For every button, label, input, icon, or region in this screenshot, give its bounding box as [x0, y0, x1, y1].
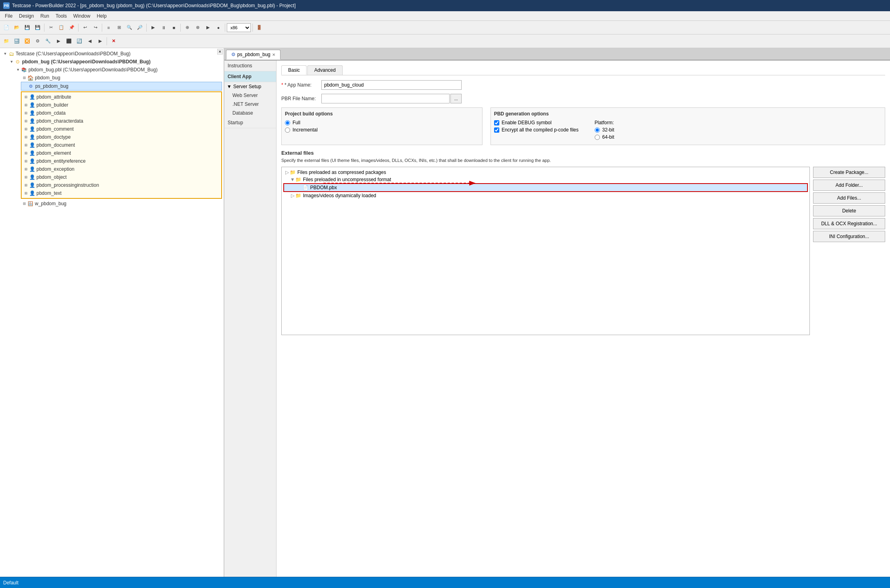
tb2-9[interactable]: ◀: [85, 36, 95, 46]
tree-obj-entityref[interactable]: ⊞ 👤 pbdom_entityreference: [22, 157, 220, 165]
tree-obj-object[interactable]: ⊞ 👤 pbdom_object: [22, 173, 220, 181]
tree-pbdom-bug-workspace[interactable]: ▼ ⊙ pbdom_bug (C:\Users\appeon\Downloads…: [8, 58, 222, 66]
expand-doctype[interactable]: ⊞: [23, 134, 29, 140]
tb-paste[interactable]: 📌: [67, 23, 77, 32]
tb2-1[interactable]: 📁: [2, 36, 11, 46]
tb-search[interactable]: 🔍: [125, 23, 134, 32]
menu-help[interactable]: Help: [93, 12, 110, 20]
tb-undo[interactable]: ↩: [80, 23, 90, 32]
tb2-2[interactable]: 🔙: [12, 36, 22, 46]
tree-ps-item[interactable]: ⚙ ps_pbdom_bug: [21, 82, 222, 91]
add-folder-btn[interactable]: Add Folder...: [813, 180, 885, 191]
expand-document[interactable]: ⊞: [23, 142, 29, 148]
tab-advanced[interactable]: Advanced: [307, 65, 342, 75]
platform-dropdown[interactable]: x86 x64: [227, 23, 251, 32]
nav-instructions[interactable]: Instructions: [224, 61, 276, 71]
tree-obj-attribute[interactable]: ⊞ 👤 pbdom_attribute: [22, 93, 220, 101]
tree-obj-doctype[interactable]: ⊞ 👤 pbdom_doctype: [22, 133, 220, 141]
nav-net-server[interactable]: .NET Server: [224, 100, 276, 109]
nav-database[interactable]: Database: [224, 109, 276, 117]
tb2-6[interactable]: ▶: [54, 36, 63, 46]
expand-builder[interactable]: ⊞: [23, 102, 29, 108]
tree-obj-text[interactable]: ⊞ 👤 pbdom_text: [22, 189, 220, 197]
menu-file[interactable]: File: [2, 12, 16, 20]
expand-entityref[interactable]: ⊞: [23, 158, 29, 164]
expand-root[interactable]: ▼: [2, 51, 8, 57]
rebuild-full-radio[interactable]: [285, 120, 290, 125]
app-name-input[interactable]: [321, 80, 462, 90]
pbr-file-input[interactable]: [321, 94, 450, 103]
expand-pbl[interactable]: ▼: [15, 67, 21, 73]
enable-debug-checkbox[interactable]: [494, 120, 499, 125]
tb2-4[interactable]: ⚙: [33, 36, 42, 46]
expand-app[interactable]: ⊞: [22, 75, 27, 81]
tree-win-item[interactable]: ⊞ 🪟 w_pbdom_bug: [21, 200, 222, 208]
tb-grid[interactable]: ⊞: [114, 23, 124, 32]
tree-obj-characterdata[interactable]: ⊞ 👤 pbdom_characterdata: [22, 117, 220, 125]
menu-run[interactable]: Run: [37, 12, 52, 20]
tb-b1[interactable]: ▶: [148, 23, 158, 32]
tb-copy[interactable]: 📋: [57, 23, 66, 32]
tree-obj-document[interactable]: ⊞ 👤 pbdom_document: [22, 141, 220, 149]
expand-exception[interactable]: ⊞: [23, 166, 29, 172]
expand-cdata[interactable]: ⊞: [23, 110, 29, 116]
tb-b5[interactable]: ⊗: [193, 23, 202, 32]
tb-find[interactable]: 🔎: [135, 23, 145, 32]
tb2-10[interactable]: ▶: [95, 36, 105, 46]
dll-ocx-btn[interactable]: DLL & OCX Registration...: [813, 218, 885, 229]
tab-basic[interactable]: Basic: [281, 65, 307, 75]
tree-pbl[interactable]: ▼ 📚 pbdom_bug.pbl (C:\Users\appeon\Downl…: [14, 66, 222, 74]
expand-chardata[interactable]: ⊞: [23, 118, 29, 124]
expand-win[interactable]: ⊞: [22, 201, 27, 206]
tab-ps-pbdom-bug[interactable]: ⚙ ps_pbdom_bug ✕: [226, 50, 281, 60]
tree-obj-builder[interactable]: ⊞ 👤 pbdom_builder: [22, 101, 220, 109]
tree-root[interactable]: ▼ 🗂 Testcase (C:\Users\appeon\Downloads\…: [2, 50, 222, 58]
panel-close-btn[interactable]: ✕: [217, 49, 223, 55]
tb2-7[interactable]: ⬛: [64, 36, 74, 46]
add-files-btn[interactable]: Add Files...: [813, 192, 885, 204]
expand-object[interactable]: ⊞: [23, 174, 29, 180]
tb2-5[interactable]: 🔧: [43, 36, 53, 46]
tree-obj-exception[interactable]: ⊞ 👤 pbdom_exception: [22, 165, 220, 173]
tb-b3[interactable]: ■: [169, 23, 179, 32]
tree-obj-cdata[interactable]: ⊞ 👤 pbdom_cdata: [22, 109, 220, 117]
tb-b6[interactable]: ▶: [203, 23, 213, 32]
nav-web-server[interactable]: Web Server: [224, 91, 276, 100]
expand-workspace[interactable]: ▼: [9, 59, 14, 65]
tab-close-btn[interactable]: ✕: [272, 53, 275, 57]
file-tree-compressed[interactable]: ▷ 📁 Files preloaded as compressed packag…: [283, 169, 808, 176]
delete-btn[interactable]: Delete: [813, 205, 885, 216]
tree-obj-element[interactable]: ⊞ 👤 pbdom_element: [22, 149, 220, 157]
expand-element[interactable]: ⊞: [23, 150, 29, 156]
tb-b2[interactable]: ⏸: [159, 23, 168, 32]
tb-cut[interactable]: ✂: [46, 23, 56, 32]
pbr-browse-btn[interactable]: ...: [450, 94, 462, 103]
ini-config-btn[interactable]: INI Configuration...: [813, 231, 885, 242]
encrypt-checkbox[interactable]: [494, 127, 499, 133]
expand-processing[interactable]: ⊞: [23, 182, 29, 188]
tree-obj-processing[interactable]: ⊞ 👤 pbdom_processinginstruction: [22, 181, 220, 189]
tb-new[interactable]: 📄: [2, 23, 11, 32]
rebuild-incremental-radio[interactable]: [285, 127, 290, 133]
menu-tools[interactable]: Tools: [52, 12, 70, 20]
tb-save[interactable]: 💾: [22, 23, 32, 32]
tb-list[interactable]: ≡: [104, 23, 113, 32]
bit32-radio[interactable]: [595, 127, 600, 133]
nav-startup[interactable]: Startup: [224, 117, 276, 128]
tree-app-item[interactable]: ⊞ 🏠 pbdom_bug: [21, 74, 222, 82]
nav-client-app[interactable]: Client App: [224, 71, 276, 82]
tree-obj-comment[interactable]: ⊞ 👤 pbdom_comment: [22, 125, 220, 133]
tb-save-all[interactable]: 💾: [33, 23, 42, 32]
expand-comment[interactable]: ⊞: [23, 126, 29, 132]
tb2-3[interactable]: 🔀: [22, 36, 32, 46]
tb-exit[interactable]: 🚪: [254, 23, 264, 32]
tb2-close[interactable]: ✕: [109, 36, 118, 46]
menu-design[interactable]: Design: [16, 12, 37, 20]
create-package-btn[interactable]: Create Package...: [813, 167, 885, 178]
nav-server-setup-section[interactable]: ▼ Server Setup: [224, 82, 276, 91]
tb2-8[interactable]: 🔄: [75, 36, 84, 46]
tb-b7[interactable]: ●: [214, 23, 223, 32]
tb-open[interactable]: 📂: [12, 23, 22, 32]
expand-ps[interactable]: [22, 83, 28, 89]
tb-redo[interactable]: ↪: [91, 23, 100, 32]
